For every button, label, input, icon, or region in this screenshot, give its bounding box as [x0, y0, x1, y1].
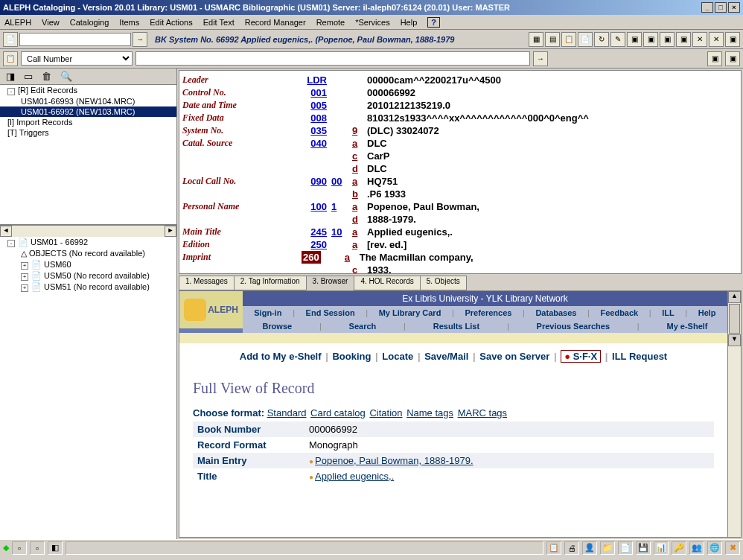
marc-value[interactable]: DLC — [367, 162, 738, 175]
marc-value[interactable]: (DLC) 33024072 — [367, 124, 738, 137]
tree2-usm50[interactable]: +📄 USM50 (No record available) — [0, 270, 176, 281]
close-button[interactable]: × — [728, 2, 740, 13]
tree-scroll[interactable]: ◄► — [0, 225, 176, 237]
marc-indicator[interactable] — [331, 162, 352, 175]
new-record-icon[interactable]: 📄 — [3, 32, 18, 47]
menu-record-manager[interactable]: Record Manager — [245, 18, 306, 27]
tool-m[interactable]: ▣ — [725, 32, 740, 47]
act-save-mail[interactable]: Save/Mail — [424, 351, 468, 362]
tree-record-1[interactable]: USM01-66993 (NEW104.MRC) — [0, 96, 176, 106]
marc-tag[interactable]: 260 — [302, 251, 321, 264]
marc-row[interactable]: Imprint260aThe Macmillan company, — [182, 251, 738, 264]
tree-root-edit[interactable]: -[R] Edit Records — [0, 85, 176, 96]
status-i[interactable]: 👥 — [689, 541, 704, 555]
menu-cataloging[interactable]: Cataloging — [70, 18, 109, 27]
status-b[interactable]: 🖨 — [564, 541, 579, 555]
marc-row[interactable]: b.P6 1933 — [182, 188, 738, 200]
marc-subfield[interactable] — [352, 74, 367, 86]
act-booking[interactable]: Booking — [332, 351, 371, 362]
marc-indicator[interactable]: 1 — [331, 200, 352, 213]
marc-value[interactable]: Popenoe, Paul Bowman, — [367, 200, 738, 213]
marc-value[interactable]: 000066992 — [367, 86, 738, 99]
status-f[interactable]: 💾 — [636, 541, 651, 555]
marc-row[interactable]: Control No.001000066992 — [182, 86, 738, 99]
status-cell-1[interactable]: ▫ — [12, 541, 27, 555]
marc-value[interactable]: 1933. — [367, 264, 738, 274]
tool-e[interactable]: ↻ — [594, 32, 609, 47]
index-input[interactable] — [135, 51, 530, 66]
marc-subfield[interactable]: a — [352, 238, 367, 251]
marc-indicator[interactable] — [331, 213, 352, 226]
marc-indicator[interactable]: 10 — [331, 226, 352, 238]
help-icon[interactable]: ? — [427, 17, 440, 28]
tool-b[interactable]: ▤ — [545, 32, 560, 47]
marc-tag[interactable] — [302, 188, 331, 200]
marc-tag[interactable] — [302, 150, 331, 162]
marc-value[interactable]: [rev. ed.] — [367, 238, 738, 251]
tab-hol[interactable]: 4. HOL Records — [354, 276, 420, 290]
marc-tag[interactable] — [302, 162, 331, 175]
marc-tag[interactable]: 008 — [302, 112, 331, 124]
marc-indicator[interactable] — [331, 86, 352, 99]
tool-l[interactable]: ✕ — [709, 32, 724, 47]
marc-value[interactable]: HQ751 — [367, 175, 738, 188]
status-cell-2[interactable]: ▫ — [30, 541, 45, 555]
marc-tag[interactable]: 035 — [302, 124, 331, 137]
status-e[interactable]: 📄 — [618, 541, 633, 555]
act-ill-request[interactable]: ILL Request — [612, 351, 667, 362]
tree2-usm51[interactable]: +📄 USM51 (No record available) — [0, 281, 176, 293]
index-select[interactable]: Call Number — [21, 51, 133, 66]
marc-subfield[interactable] — [352, 112, 367, 124]
menu-remote[interactable]: Remote — [316, 18, 345, 27]
marc-row[interactable]: dDLC — [182, 162, 738, 175]
marc-tag[interactable]: LDR — [302, 74, 331, 86]
view-a-icon[interactable]: ▣ — [707, 51, 722, 66]
marc-subfield[interactable]: a — [352, 200, 367, 213]
tab-tag-info[interactable]: 2. Tag Information — [234, 276, 307, 290]
nav-end-session[interactable]: End Session — [306, 308, 355, 317]
go-button[interactable]: → — [133, 32, 147, 47]
marc-subfield[interactable]: a — [352, 226, 367, 238]
list-icon[interactable]: 📋 — [3, 51, 18, 66]
tab-objects[interactable]: 5. Objects — [420, 276, 467, 290]
nav-results[interactable]: Results List — [433, 322, 479, 331]
marc-tag[interactable]: 250 — [302, 238, 331, 251]
record-link[interactable]: Applied eugenics,. — [315, 471, 394, 482]
nav-prev-searches[interactable]: Previous Searches — [537, 322, 610, 331]
status-a[interactable]: 📋 — [546, 541, 561, 555]
tree2-objects[interactable]: △ OBJECTS (No record available) — [0, 248, 176, 259]
fmt-name-tags[interactable]: Name tags — [406, 407, 453, 419]
tool-a[interactable]: ▦ — [529, 32, 543, 47]
nav-preferences[interactable]: Preferences — [465, 308, 511, 317]
sfx-button[interactable]: ● S·F·X — [561, 350, 601, 363]
menu-items[interactable]: Items — [119, 18, 139, 27]
marc-subfield[interactable]: c — [352, 264, 367, 274]
marc-subfield[interactable]: c — [352, 150, 367, 162]
marc-indicator[interactable] — [331, 150, 352, 162]
marc-row[interactable]: Local Call No.09000aHQ751 — [182, 175, 738, 188]
view-b-icon[interactable]: ▣ — [725, 51, 740, 66]
tree2-root[interactable]: -📄 USM01 - 66992 — [0, 237, 176, 248]
menu-edit-actions[interactable]: Edit Actions — [150, 18, 192, 27]
tree2-usm60[interactable]: +📄 USM60 — [0, 259, 176, 270]
tool-f[interactable]: ✎ — [610, 32, 625, 47]
marc-row[interactable]: Personal Name1001aPopenoe, Paul Bowman, — [182, 200, 738, 213]
tab-messages[interactable]: 1. Messages — [179, 276, 235, 290]
marc-subfield[interactable] — [352, 99, 367, 112]
tree-triggers[interactable]: [T] Triggers — [0, 127, 176, 138]
marc-tag[interactable]: 090 — [302, 175, 331, 188]
marc-subfield[interactable]: a — [352, 137, 367, 150]
nav-signin[interactable]: Sign-in — [254, 308, 281, 317]
marc-indicator[interactable] — [331, 112, 352, 124]
marc-row[interactable]: Date and Time00520101212135219.0 — [182, 99, 738, 112]
tree-import[interactable]: [I] Import Records — [0, 117, 176, 127]
fmt-marc[interactable]: MARC tags — [458, 407, 507, 419]
tool-j[interactable]: ▣ — [676, 32, 691, 47]
marc-subfield[interactable]: d — [352, 213, 367, 226]
marc-tag[interactable]: 001 — [302, 86, 331, 99]
tool-k[interactable]: ✕ — [692, 32, 707, 47]
menu-view[interactable]: View — [42, 18, 60, 27]
nav-browse[interactable]: Browse — [262, 322, 292, 331]
quick-search-input[interactable] — [19, 33, 131, 46]
marc-value[interactable]: 00000cam^^2200217u^^4500 — [367, 74, 738, 86]
